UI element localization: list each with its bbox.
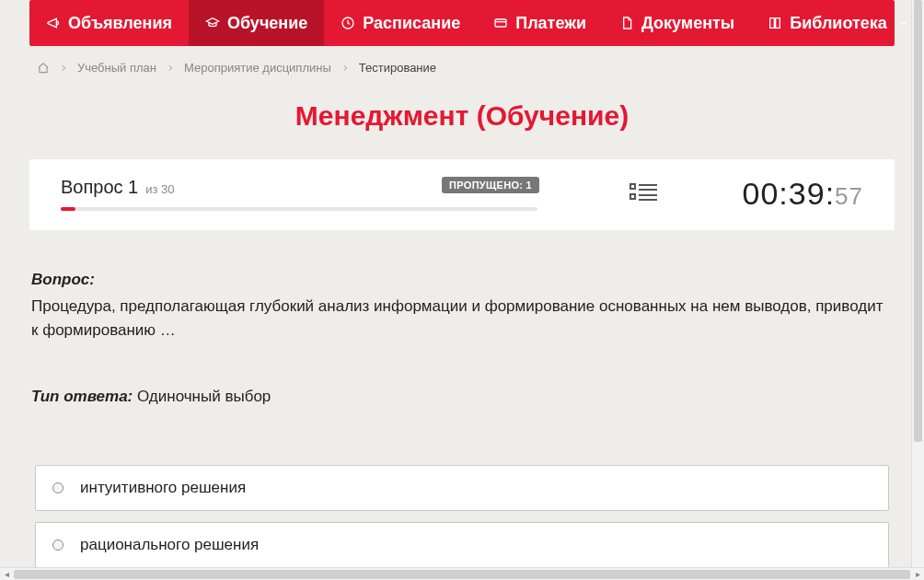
skipped-badge: ПРОПУЩЕНО: 1 (442, 177, 539, 193)
chevron-down-icon (898, 14, 909, 33)
book-icon (768, 16, 782, 30)
question-list-button[interactable] (627, 180, 660, 208)
nav-label: Обучение (227, 14, 307, 33)
chevron-right-icon (341, 64, 350, 73)
clock-icon (341, 16, 355, 30)
page-title: Менеджмент (Обучение) (29, 100, 895, 132)
question-progress-block: Вопрос 1 из 30 ПРОПУЩЕНО: 1 (61, 177, 549, 211)
breadcrumb-curriculum[interactable]: Учебный план (77, 61, 156, 75)
chevron-right-icon (166, 64, 175, 73)
scroll-right-arrow[interactable]: ▸ (911, 568, 924, 581)
chevron-right-icon (59, 64, 68, 73)
radio-icon[interactable] (52, 482, 64, 493)
answer-type-label: Тип ответа: (31, 388, 133, 405)
question-label: Вопрос: (31, 271, 95, 288)
vertical-scrollbar[interactable] (911, 0, 924, 567)
horizontal-scrollbar[interactable]: ◂ ▸ (0, 567, 924, 580)
scrollbar-thumb[interactable] (914, 0, 922, 442)
nav-label: Документы (641, 14, 734, 33)
nav-documents[interactable]: Документы (603, 0, 751, 46)
card-icon (493, 16, 508, 30)
answer-option[interactable]: интуитивного решения (35, 465, 889, 511)
answer-text: рационального решения (80, 536, 259, 554)
svg-rect-2 (630, 184, 635, 189)
nav-library[interactable]: Библиотека (751, 0, 924, 46)
question-area: Вопрос: Процедура, предполагающая глубок… (29, 271, 895, 406)
question-number: Вопрос 1 (61, 177, 138, 198)
top-nav: Объявления Обучение (29, 0, 895, 46)
scrollbar-thumb[interactable] (14, 570, 910, 579)
status-card: Вопрос 1 из 30 ПРОПУЩЕНО: 1 (29, 159, 895, 230)
timer: 00:39:57 (743, 176, 863, 212)
breadcrumb-current: Тестирование (359, 61, 436, 75)
nav-schedule[interactable]: Расписание (324, 0, 477, 46)
timer-main: 00:39: (743, 176, 836, 212)
answer-option[interactable]: рационального решения (35, 522, 889, 567)
radio-icon[interactable] (52, 539, 64, 551)
svg-rect-1 (495, 19, 506, 27)
graduation-icon (205, 16, 220, 30)
breadcrumb: Учебный план Мероприятие дисциплины Тест… (29, 46, 895, 84)
nav-announcements[interactable]: Объявления (29, 0, 189, 46)
timer-seconds: 57 (835, 182, 863, 211)
nav-label: Платежи (515, 14, 586, 33)
scroll-left-arrow[interactable]: ◂ (0, 568, 13, 581)
progress-bar (61, 207, 537, 211)
nav-payments[interactable]: Платежи (477, 0, 603, 46)
nav-label: Объявления (68, 14, 172, 33)
breadcrumb-discipline-event[interactable]: Мероприятие дисциплины (184, 61, 331, 75)
answer-type: Тип ответа: Одиночный выбор (31, 388, 893, 406)
scrollbar-track[interactable] (14, 570, 910, 579)
question-total: из 30 (145, 182, 174, 196)
progress-fill (61, 207, 75, 211)
answers-list: интуитивного решения рационального решен… (29, 465, 895, 567)
question-text: Процедура, предполагающая глубокий анали… (31, 295, 893, 343)
svg-rect-3 (630, 194, 635, 199)
document-icon (619, 16, 634, 30)
megaphone-icon (46, 16, 61, 30)
home-icon[interactable] (37, 62, 50, 75)
answer-type-value: Одиночный выбор (133, 388, 271, 405)
nav-label: Расписание (363, 14, 460, 33)
answer-text: интуитивного решения (80, 479, 246, 497)
nav-label: Библиотека (790, 14, 887, 33)
nav-learning[interactable]: Обучение (189, 0, 324, 46)
